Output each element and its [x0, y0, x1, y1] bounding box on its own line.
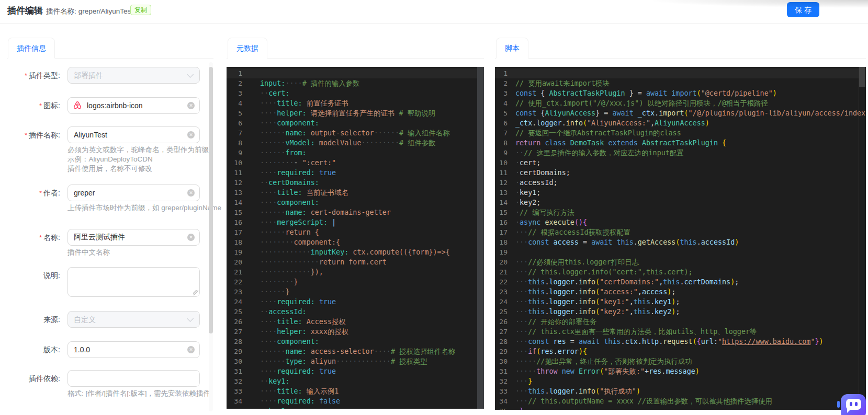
code-line: 1	[495, 68, 859, 78]
code-line: 27···// this.ctx里面有一些常用的方法类，比如utils、http…	[495, 327, 859, 337]
code-line: 20··············return form.cert	[227, 257, 477, 267]
code-line: 3··cert:	[227, 88, 477, 98]
cn-name-input[interactable]	[67, 229, 200, 246]
code-line: 13····title: 当前证书域名	[227, 188, 477, 198]
page-title: 插件编辑	[7, 5, 43, 17]
description-textarea[interactable]	[67, 267, 200, 297]
version-input[interactable]	[67, 341, 200, 358]
form-row-source: 来源: 自定义	[7, 311, 213, 328]
code-line: 20···//必须使用this.logger打印日志	[495, 257, 859, 267]
tab-script[interactable]: 脚本	[496, 38, 528, 59]
code-line: 17······return {	[227, 227, 477, 237]
form-row-dependency: 插件依赖:	[7, 370, 213, 387]
plugin-type-select[interactable]: 部署插件	[67, 67, 200, 84]
code-line: 8return class DemoTask extends AbstractT…	[495, 138, 859, 148]
code-line: 28····component:	[227, 337, 477, 347]
dependency-label: 插件依赖:	[29, 374, 60, 383]
form-row-cn-name: *名称: ✕	[7, 229, 213, 246]
tab-metadata[interactable]: 元数据	[228, 38, 267, 59]
code-line: 23···this.logger.info("access:",access);	[495, 287, 859, 297]
clear-icon[interactable]: ✕	[187, 102, 195, 109]
code-line: 1	[227, 68, 477, 78]
plugin-name-input[interactable]	[67, 126, 200, 143]
code-line: 2// 要用await来import模块	[495, 78, 859, 88]
script-editor-scrollbar-track[interactable]	[859, 67, 866, 410]
header-divider	[0, 24, 868, 24]
metadata-editor-scrollbar[interactable]	[477, 67, 484, 409]
plugin-type-label: 插件类型:	[29, 71, 60, 79]
plugin-name-help: 必须为英文或数字，驼峰命名，类型作为前缀 示例：AliyunDeployToCD…	[67, 145, 209, 174]
code-line: 29······name: access-selector····# 授权选择组…	[227, 347, 477, 356]
author-help: 上传插件市场时作为前缀，如 greper/pluginName	[67, 203, 221, 213]
code-line: 35··key2:	[227, 406, 477, 409]
form-row-icon: *图标: ✕	[7, 97, 213, 114]
right-tabbar: 脚本	[495, 38, 866, 59]
code-line: 16·async execute(){	[495, 217, 859, 227]
source-label: 来源:	[43, 315, 60, 324]
source-select[interactable]: 自定义	[67, 311, 200, 328]
save-button[interactable]: 保 存	[787, 2, 819, 17]
code-line: 7······name: output-selector······# 输入组件…	[227, 128, 477, 138]
icon-input[interactable]	[67, 97, 200, 114]
clear-icon[interactable]: ✕	[187, 234, 195, 241]
chat-widget-button[interactable]	[841, 394, 866, 415]
metadata-code-editor[interactable]: 12input:····# 插件的输入参数3··cert:4····title:…	[227, 67, 484, 409]
form-row-plugin-type: *插件类型: 部署插件	[7, 67, 213, 84]
code-line: 31····required: true	[227, 366, 477, 376]
code-line: 16····mergeScript: |	[227, 217, 477, 227]
description-label: 说明:	[43, 271, 60, 280]
code-line: 21············}),	[227, 267, 477, 277]
code-line: 6_ctx.logger.info("AliyunAccess:",Aliyun…	[495, 118, 859, 128]
code-line: 4····title: 前置任务证书	[227, 98, 477, 108]
code-line: 33····title: 输入示例1	[227, 386, 477, 396]
code-line: 25··accessId:	[227, 307, 477, 317]
code-line: 13·key1;	[495, 188, 859, 198]
code-line: 31·····throw new Error("部署失败:"+res.messa…	[495, 366, 859, 376]
plugin-name: 插件名称:greper/AliyunTest	[46, 7, 133, 16]
code-line: 28···const res = await this.ctx.http.req…	[495, 337, 859, 347]
plugin-name-label: 插件名称:	[46, 7, 76, 15]
code-line: 11·certDomains;	[495, 168, 859, 178]
dependency-input[interactable]	[67, 370, 200, 387]
metadata-code-lines[interactable]: 12input:····# 插件的输入参数3··cert:4····title:…	[227, 68, 477, 409]
copy-badge[interactable]: 复制	[130, 5, 151, 15]
chat-tail-icon	[847, 409, 851, 413]
script-editor-scrollbar-thumb[interactable]	[859, 67, 865, 87]
code-line: 25···this.logger.info("key2:",this.key2)…	[495, 307, 859, 317]
code-line: 12··certDomains:	[227, 178, 477, 188]
code-line: 17···// 根据accessId获取授权配置	[495, 227, 859, 237]
code-line: 34···// this.outputName = xxxx //设置输出参数，…	[495, 396, 859, 406]
clear-icon[interactable]: ✕	[187, 131, 195, 139]
clear-icon[interactable]: ✕	[187, 189, 195, 197]
code-line: 18········component:{	[227, 237, 477, 247]
code-line: 14····component:	[227, 198, 477, 208]
code-line: 7// 要返回一个继承AbstractTaskPlugin的class	[495, 128, 859, 138]
plugin-name-value: greper/AliyunTest	[78, 7, 133, 15]
code-line: 32···}	[495, 376, 859, 386]
script-code-lines[interactable]: 12// 要用await来import模块3const { AbstractTa…	[495, 68, 859, 410]
author-label: 作者:	[43, 189, 60, 197]
code-line: 5const {AliyunAccess} = await _ctx.impor…	[495, 108, 859, 118]
code-line: 23······}	[227, 287, 477, 297]
code-line: 9··// 这里是插件的输入参数，对应左边的input配置	[495, 148, 859, 158]
code-line: 27····helper: xxxx的授权	[227, 327, 477, 337]
code-line: 22········}	[227, 277, 477, 287]
code-line: 9······from:	[227, 148, 477, 158]
code-line: 5····helper: 请选择前置任务产生的证书 # 帮助说明	[227, 108, 477, 118]
airbnb-icon	[73, 101, 82, 110]
code-line: 34····required: false	[227, 396, 477, 406]
required-mark: *	[25, 131, 27, 139]
chat-widget-pill	[837, 401, 840, 408]
clear-icon[interactable]: ✕	[187, 346, 195, 353]
code-line: 26····title: Access授权	[227, 317, 477, 327]
code-line: 26···// 开始你的部署任务	[495, 317, 859, 327]
form-scrollbar-thumb[interactable]	[209, 67, 213, 333]
form-row-plugin-name: *插件名称: ✕	[7, 126, 213, 143]
author-input[interactable]	[67, 185, 200, 201]
script-code-editor[interactable]: 12// 要用await来import模块3const { AbstractTa…	[495, 67, 866, 410]
code-line: 30·····//抛出异常，终止任务，否则将被判定为执行成功	[495, 356, 859, 366]
code-line: 6····component:	[227, 118, 477, 128]
code-line: 15·// 编写执行方法	[495, 208, 859, 217]
icon-label: 图标:	[43, 101, 60, 110]
plugin-info-form: *插件类型: 部署插件 *图标: ✕ *插件名称: ✕ 必须为英文或数字，驼峰命…	[7, 38, 213, 415]
